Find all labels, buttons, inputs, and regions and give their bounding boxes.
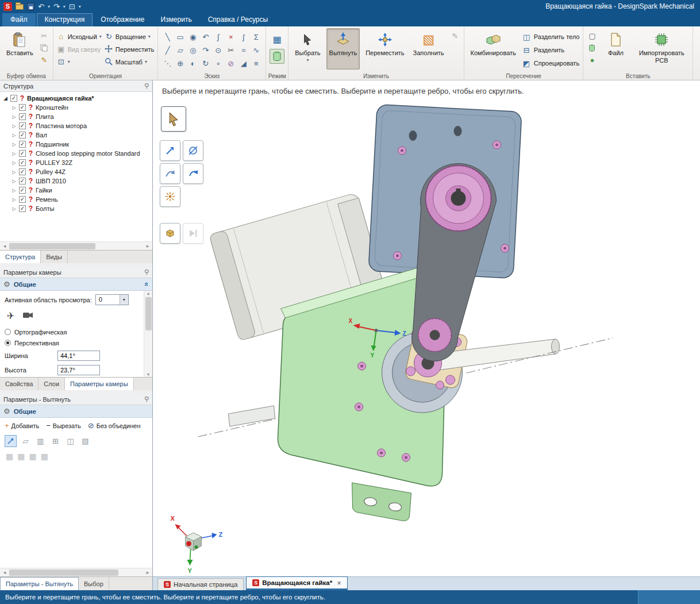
sketch-offset-icon[interactable]: ≈ — [237, 44, 249, 56]
width-field[interactable] — [57, 351, 100, 361]
top-view-button[interactable]: ▣ Вид сверху — [57, 44, 102, 55]
pull-no-merge-button[interactable]: ⊘ Без объединен — [88, 422, 141, 429]
orthographic-radio[interactable]: Ортографическая — [5, 326, 141, 337]
tab-selection[interactable]: Выбор — [79, 577, 109, 590]
tab-construct[interactable]: Конструкция — [37, 13, 93, 26]
tab-display[interactable]: Отображение — [93, 13, 152, 26]
qat-options-caret-icon[interactable]: ▾ — [79, 4, 81, 9]
pulley-32z[interactable] — [418, 318, 452, 352]
tab-pull-options[interactable]: Параметры - Вытянуть — [0, 577, 79, 590]
expander-icon[interactable]: ▷ — [11, 142, 17, 147]
sketch-spline-icon[interactable]: ∫ — [212, 30, 224, 43]
tree-item[interactable]: ▷✓?Pulley 44Z — [0, 167, 152, 176]
split-button[interactable]: ⊟ Разделить — [522, 44, 580, 56]
expander-icon[interactable]: ▷ — [11, 170, 17, 175]
zoom-button[interactable]: Масштаб ▾ — [105, 56, 154, 67]
tree-item[interactable]: ▷✓?Кронштейн — [0, 103, 152, 112]
checkbox[interactable]: ✓ — [19, 141, 26, 148]
up-to-body-tool-button[interactable] — [160, 223, 180, 244]
checkbox[interactable]: ✓ — [19, 104, 26, 111]
expander-icon[interactable]: ▷ — [11, 124, 17, 129]
scroll-left-icon[interactable]: ◂ — [0, 570, 9, 575]
expander-icon[interactable]: ▷ — [11, 188, 17, 193]
tree-item[interactable]: ▷✓?ШВП 2010 — [0, 176, 152, 186]
sketch-grid-icon[interactable]: ≡ — [250, 57, 262, 70]
move-button[interactable]: Переместить — [363, 28, 407, 70]
tab-camera-params[interactable]: Параметры камеры — [65, 378, 134, 390]
camera-mode-icon[interactable] — [22, 311, 33, 320]
tree-item[interactable]: ▷✓?Пластина мотора — [0, 121, 152, 130]
no-rotate-tool-button[interactable] — [183, 140, 203, 161]
checkbox[interactable]: ✓ — [19, 178, 26, 184]
checkbox[interactable]: ✓ — [19, 159, 26, 166]
scroll-left-icon[interactable]: ◂ — [0, 243, 9, 249]
checkbox[interactable]: ✓ — [19, 168, 26, 175]
scroll-right-icon[interactable]: ▸ — [143, 243, 152, 249]
tree-item-root[interactable]: ◢ ✓ ? Вращающаяся гайка* — [0, 94, 152, 103]
collapse-section-icon[interactable]: « — [143, 282, 151, 286]
perspective-radio[interactable]: Перспективная — [5, 337, 141, 348]
mounting-bracket[interactable] — [352, 483, 411, 521]
insert-sphere-icon[interactable]: ● — [587, 55, 597, 65]
pull-option-icon[interactable]: ▤ — [79, 435, 91, 447]
checkbox[interactable]: ✓ — [19, 113, 26, 120]
pull-option-icon[interactable]: ⊞ — [49, 435, 61, 447]
sketch-point-icon[interactable]: ∘ — [212, 57, 224, 70]
scroll-down-icon[interactable]: ▾ — [147, 372, 149, 377]
home-view-button[interactable]: ⌂ Исходный ▾ — [57, 31, 102, 42]
pull-button[interactable]: Вытянуть — [326, 28, 360, 70]
checkbox[interactable]: ✓ — [19, 150, 26, 157]
pull-body-option-icon[interactable]: ▦ — [6, 452, 13, 461]
close-tab-icon[interactable]: × — [337, 579, 341, 587]
pulley-44z[interactable] — [426, 166, 491, 231]
format-brush-icon[interactable]: ✎ — [39, 55, 49, 65]
tree-item[interactable]: ▷✓?Болты — [0, 204, 152, 213]
sketch-arc-icon[interactable]: ↶ — [199, 30, 211, 43]
expander-icon[interactable]: ▷ — [11, 151, 17, 156]
redo-button[interactable]: ↷ — [53, 3, 60, 10]
tab-properties[interactable]: Свойства — [0, 378, 39, 390]
tree-item[interactable]: ▷✓?Ремень — [0, 195, 152, 204]
tab-structure-panel[interactable]: Структура — [0, 251, 41, 263]
fill-button[interactable]: ▧ Заполнить — [410, 28, 447, 70]
expander-icon[interactable]: ▷ — [11, 114, 17, 120]
scroll-thumb[interactable] — [145, 297, 152, 330]
pin-icon[interactable]: ⚲ — [144, 268, 149, 276]
edit-options-icon[interactable]: ✎ — [450, 31, 460, 41]
tab-measure[interactable]: Измерить — [152, 13, 199, 26]
select-tool-button[interactable] — [161, 106, 186, 132]
sketch-fill-icon[interactable]: ◐ — [187, 57, 199, 70]
tab-help[interactable]: Справка / Ресурсы — [200, 13, 276, 26]
expander-icon[interactable]: ▷ — [11, 197, 17, 202]
checkbox[interactable]: ✓ — [19, 205, 26, 212]
insert-cylinder-icon[interactable] — [587, 43, 597, 53]
pull-direction-tool-button[interactable] — [160, 140, 180, 161]
pull-option-icon[interactable]: ◫ — [64, 435, 76, 447]
height-field[interactable] — [57, 365, 100, 375]
combine-button[interactable]: Комбинировать — [468, 28, 519, 70]
sketch-point-circle-icon[interactable]: ⊙ — [212, 44, 224, 56]
checkbox[interactable]: ✓ — [19, 132, 26, 139]
pull-cut-button[interactable]: − Вырезать — [46, 422, 81, 429]
pull-direction-button[interactable] — [5, 435, 17, 447]
orientation-triad[interactable]: X Z Y — [171, 515, 223, 574]
pull-option-icon[interactable]: ▥ — [34, 435, 47, 447]
camera-vscrollbar[interactable]: ▴ ▾ — [144, 291, 152, 377]
copy-icon[interactable] — [39, 43, 49, 53]
scroll-thumb[interactable] — [9, 243, 95, 249]
sketch-circle-icon[interactable]: ◉ — [187, 30, 199, 43]
pull-general-section[interactable]: ⚙ Общие — [0, 405, 152, 418]
tree-item[interactable]: ▷✓?Closed loop stepping motor Standard — [0, 149, 152, 158]
sketch-equation-icon[interactable]: Σ — [250, 30, 262, 43]
sketch-line-icon[interactable]: ╲ — [161, 30, 174, 43]
tab-start-page[interactable]: S Начальная страница — [157, 578, 244, 590]
options-hscrollbar[interactable]: ◂ ▸ — [0, 568, 152, 576]
tree-item[interactable]: ▷✓?Вал — [0, 130, 152, 140]
checkbox[interactable]: ✓ — [10, 95, 17, 102]
pin-icon[interactable]: ⚲ — [144, 395, 149, 403]
structure-hscrollbar[interactable]: ◂ ▸ — [0, 241, 152, 250]
full-pull-tool-button[interactable] — [160, 186, 180, 207]
select-button[interactable]: Выбрать ▾ — [292, 28, 323, 70]
sketch-mode-button[interactable]: ▦ — [270, 32, 284, 47]
pull-add-button[interactable]: + Добавить — [5, 422, 39, 429]
